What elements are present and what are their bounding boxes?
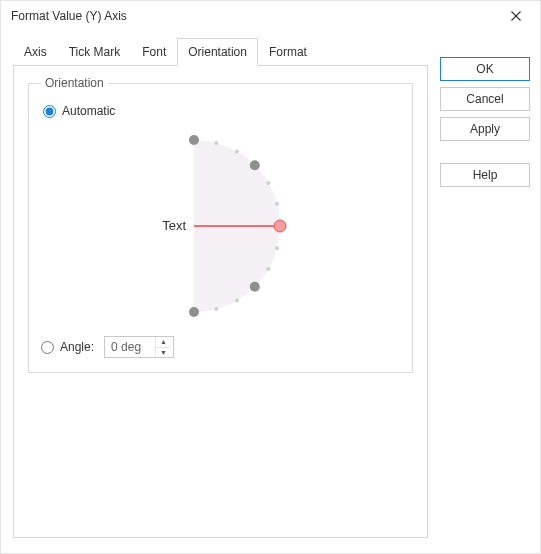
spin-buttons: ▲ ▼ <box>155 337 171 357</box>
tab-format[interactable]: Format <box>258 38 318 66</box>
svg-point-3 <box>249 160 259 170</box>
svg-point-6 <box>189 307 199 317</box>
cancel-button[interactable]: Cancel <box>440 87 530 111</box>
button-spacer <box>440 147 530 157</box>
tab-label: Font <box>142 45 166 59</box>
tab-tick-mark[interactable]: Tick Mark <box>58 38 132 66</box>
angle-spinbox[interactable]: ▲ ▼ <box>104 336 174 358</box>
close-button[interactable] <box>498 3 534 29</box>
svg-point-14 <box>214 307 218 311</box>
tab-font[interactable]: Font <box>131 38 177 66</box>
svg-point-8 <box>235 150 239 154</box>
tab-label: Orientation <box>188 45 247 59</box>
radio-angle-row: Angle: ▲ ▼ <box>41 336 400 358</box>
button-label: Cancel <box>466 92 503 106</box>
button-label: Help <box>473 168 498 182</box>
ok-button[interactable]: OK <box>440 57 530 81</box>
orientation-group: Orientation Automatic <box>28 76 413 373</box>
svg-point-10 <box>275 202 279 206</box>
svg-point-11 <box>275 246 279 250</box>
help-button[interactable]: Help <box>440 163 530 187</box>
orientation-svg: Text <box>126 126 316 326</box>
svg-point-5 <box>249 282 259 292</box>
radio-automatic[interactable]: Automatic <box>43 104 400 118</box>
tab-label: Format <box>269 45 307 59</box>
svg-point-2 <box>189 135 199 145</box>
button-label: Apply <box>470 122 500 136</box>
tab-label: Axis <box>24 45 47 59</box>
dialog-body: Axis Tick Mark Font Orientation Format O… <box>1 31 540 548</box>
orientation-preview[interactable]: Text <box>126 126 316 326</box>
close-icon <box>511 11 521 21</box>
tab-panel-orientation: Orientation Automatic <box>13 66 428 538</box>
tab-label: Tick Mark <box>69 45 121 59</box>
tab-orientation[interactable]: Orientation <box>177 38 258 66</box>
radio-automatic-label: Automatic <box>62 104 115 118</box>
spin-down-button[interactable]: ▼ <box>156 348 171 358</box>
titlebar: Format Value (Y) Axis <box>1 1 540 31</box>
apply-button[interactable]: Apply <box>440 117 530 141</box>
radio-angle-input[interactable] <box>41 341 54 354</box>
radio-automatic-input[interactable] <box>43 105 56 118</box>
button-label: OK <box>476 62 493 76</box>
svg-point-12 <box>266 267 270 271</box>
tab-axis[interactable]: Axis <box>13 38 58 66</box>
tab-bar: Axis Tick Mark Font Orientation Format <box>13 37 428 66</box>
button-column: OK Cancel Apply Help <box>440 37 530 538</box>
svg-point-13 <box>235 299 239 303</box>
angle-input[interactable] <box>105 337 155 357</box>
orientation-preview-text: Text <box>162 218 186 233</box>
left-column: Axis Tick Mark Font Orientation Format O… <box>13 37 428 538</box>
window-title: Format Value (Y) Axis <box>11 9 127 23</box>
radio-angle[interactable]: Angle: <box>41 340 94 354</box>
spin-up-button[interactable]: ▲ <box>156 337 171 348</box>
orientation-legend: Orientation <box>41 76 108 90</box>
radio-angle-label: Angle: <box>60 340 94 354</box>
svg-point-16 <box>274 220 286 232</box>
svg-point-9 <box>266 181 270 185</box>
svg-point-7 <box>214 141 218 145</box>
